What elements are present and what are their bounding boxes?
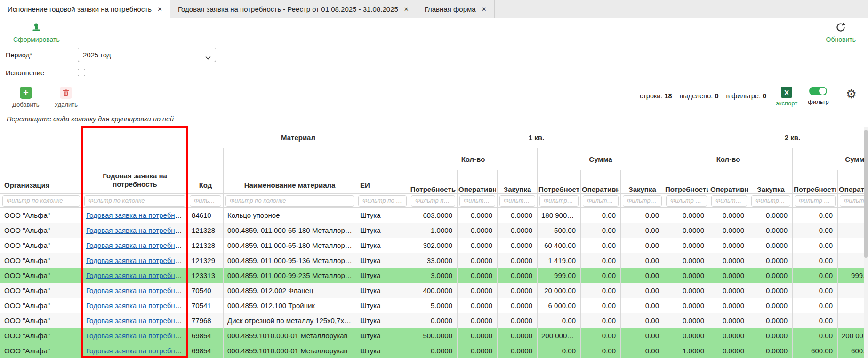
col-header-request[interactable]: Годовая заявка на потребность	[82, 127, 188, 194]
cell-material-name: 000.4859. 011.000-65-180 Металлорукав	[224, 223, 356, 238]
generate-button[interactable]: Сформировать	[13, 22, 60, 43]
request-link[interactable]: Годовая заявка на потребность	[86, 271, 188, 279]
tab-close-icon[interactable]: ✕	[404, 6, 409, 13]
table-row[interactable]: ООО "Альфа"Годовая заявка на потребность…	[0, 298, 865, 313]
tab-registry[interactable]: Годовая заявка на потребность - Реестр о…	[170, 0, 417, 18]
table-row[interactable]: ООО "Альфа"Годовая заявка на потребность…	[0, 238, 865, 253]
tab-label: Исполнение годовой заявки на потребность	[8, 5, 152, 13]
col-header-operative[interactable]: Оперативная	[838, 170, 865, 194]
cell-value: 0.00	[538, 313, 581, 328]
cell-value: 0.0000	[458, 328, 498, 343]
refresh-button[interactable]: Обновить	[826, 22, 856, 43]
cell-request: Годовая заявка на потребность	[82, 298, 188, 313]
period-select[interactable]: 2025 год	[78, 48, 216, 62]
col-header-demand[interactable]: Потребность	[793, 170, 838, 194]
cell-value: 0.0000	[458, 343, 498, 358]
col-header-demand[interactable]: Потребность	[409, 170, 458, 194]
cell-material-name: Диск отрезной по металлу 125x0,7x22,2 мм	[224, 313, 356, 328]
filter-input[interactable]	[539, 195, 579, 207]
cell-org: ООО "Альфа"	[0, 253, 82, 268]
request-link[interactable]: Годовая заявка на потребность	[86, 226, 188, 234]
col-header-purchase[interactable]: Закупка	[621, 170, 664, 194]
add-button[interactable]: + Добавить	[12, 87, 39, 108]
table-row[interactable]: ООО "Альфа"Годовая заявка на потребность…	[0, 208, 865, 223]
filter-input[interactable]	[2, 195, 80, 207]
table-row[interactable]: ООО "Альфа"Годовая заявка на потребность…	[0, 268, 865, 283]
col-header-org[interactable]: Организация	[0, 127, 82, 194]
request-link[interactable]: Годовая заявка на потребность	[86, 241, 188, 249]
cell-material-name: Кольцо упорное	[224, 208, 356, 223]
filter-input[interactable]	[190, 195, 221, 207]
filter-input[interactable]	[623, 195, 662, 207]
table-row[interactable]: ООО "Альфа"Годовая заявка на потребность…	[0, 343, 865, 358]
cell-org: ООО "Альфа"	[0, 313, 82, 328]
tab-execution[interactable]: Исполнение годовой заявки на потребность…	[0, 0, 170, 18]
col-header-demand[interactable]: Потребность	[664, 170, 709, 194]
filter-input[interactable]	[583, 195, 619, 207]
table-row[interactable]: ООО "Альфа"Годовая заявка на потребность…	[0, 313, 865, 328]
cell-value: 0.00	[581, 268, 621, 283]
request-link[interactable]: Годовая заявка на потребность	[86, 347, 188, 355]
group-by-hint: Перетащите сюда колонку для группировки …	[7, 115, 174, 123]
col-header-unit[interactable]: ЕИ	[356, 148, 409, 194]
cell-value: 60 400.00	[538, 238, 581, 253]
col-header-operative[interactable]: Оперативная	[458, 170, 498, 194]
filter-input[interactable]	[225, 195, 354, 207]
request-link[interactable]: Годовая заявка на потребность	[86, 256, 188, 264]
tab-main-form[interactable]: Главная форма ✕	[417, 0, 495, 18]
col-header-purchase[interactable]: Закупка	[498, 170, 538, 194]
filter-toggle[interactable]: фильтр	[808, 87, 828, 105]
table-row[interactable]: ООО "Альфа"Годовая заявка на потребность…	[0, 253, 865, 268]
tab-close-icon[interactable]: ✕	[157, 6, 162, 13]
cell-value: 600.00	[838, 343, 865, 358]
col-header-operative[interactable]: Оперативная	[581, 170, 621, 194]
top-toolbar: Сформировать Обновить	[0, 19, 868, 47]
cell-unit: Штука	[356, 313, 409, 328]
filter-input[interactable]	[358, 195, 407, 207]
cell-value: 0.0000	[664, 328, 709, 343]
col-header-purchase[interactable]: Закупка	[749, 170, 793, 194]
request-link[interactable]: Годовая заявка на потребность	[86, 211, 188, 219]
gear-icon[interactable]: ⚙	[846, 87, 857, 100]
cell-material-name: 000.4859. 012.002 Фланец	[224, 283, 356, 298]
cell-value: 0.0000	[458, 298, 498, 313]
cell-value: 0.0000	[709, 223, 749, 238]
cell-value: 0.00	[581, 208, 621, 223]
scrollbar-thumb[interactable]	[864, 130, 868, 258]
cell-value: 0.00	[581, 223, 621, 238]
cell-request: Годовая заявка на потребность	[82, 283, 188, 298]
cell-value: 302.0000	[409, 238, 458, 253]
export-excel-button[interactable]: X экспорт	[776, 87, 797, 107]
col-header-operative[interactable]: Оперативная	[709, 170, 749, 194]
filter-input[interactable]	[795, 195, 836, 207]
request-link[interactable]: Годовая заявка на потребность	[86, 286, 188, 294]
execution-checkbox[interactable]	[78, 69, 85, 76]
filter-input[interactable]	[751, 195, 790, 207]
filter-input[interactable]	[711, 195, 747, 207]
table-row[interactable]: ООО "Альфа"Годовая заявка на потребность…	[0, 283, 865, 298]
filter-input[interactable]	[666, 195, 707, 207]
table-row[interactable]: ООО "Альфа"Годовая заявка на потребность…	[0, 328, 865, 343]
request-link[interactable]: Годовая заявка на потребность	[86, 302, 188, 310]
delete-label: Удалить	[54, 101, 78, 108]
request-link[interactable]: Годовая заявка на потребность	[86, 317, 188, 325]
cell-value: 999.00	[838, 268, 865, 283]
delete-button[interactable]: Удалить	[54, 87, 78, 108]
data-grid: Организация Годовая заявка на потребност…	[0, 127, 864, 358]
filter-input[interactable]	[840, 195, 864, 207]
filter-input[interactable]	[459, 195, 495, 207]
filter-input[interactable]	[499, 195, 535, 207]
generate-label: Сформировать	[13, 36, 60, 43]
vertical-scrollbar[interactable]	[864, 127, 868, 358]
request-link[interactable]: Годовая заявка на потребность	[86, 332, 188, 340]
col-header-code[interactable]: Код	[188, 148, 224, 194]
table-row[interactable]: ООО "Альфа"Годовая заявка на потребность…	[0, 223, 865, 238]
tab-close-icon[interactable]: ✕	[482, 6, 487, 13]
cell-value: 0.0000	[458, 208, 498, 223]
tab-label: Годовая заявка на потребность - Реестр о…	[178, 5, 398, 13]
filter-input[interactable]	[84, 195, 185, 207]
group-header-qty-q2: Кол-во	[664, 148, 793, 170]
col-header-material-name[interactable]: Наименование материала	[224, 148, 356, 194]
filter-input[interactable]	[411, 195, 455, 207]
col-header-demand[interactable]: Потребность	[538, 170, 581, 194]
